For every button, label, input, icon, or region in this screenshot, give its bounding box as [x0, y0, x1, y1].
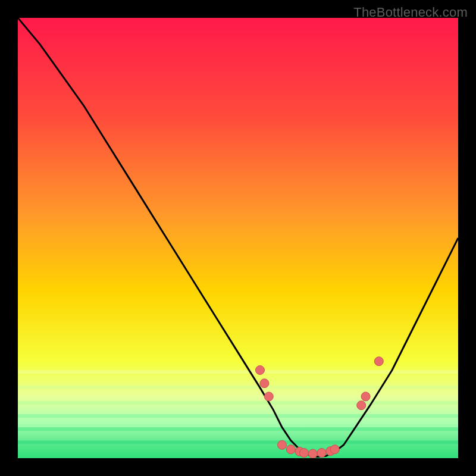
marker-dot	[260, 379, 269, 388]
marker-dot	[264, 392, 273, 401]
marker-dot	[278, 440, 287, 449]
marker-dot	[256, 366, 265, 375]
svg-rect-1	[18, 386, 458, 389]
marker-dot	[308, 449, 317, 458]
marker-dot	[286, 445, 295, 454]
marker-dot	[357, 401, 366, 410]
svg-rect-3	[18, 414, 458, 418]
marker-dot	[330, 445, 339, 454]
svg-rect-4	[18, 427, 458, 431]
marker-dot	[300, 449, 309, 458]
gradient-background	[18, 18, 458, 458]
svg-rect-5	[18, 440, 458, 444]
chart-svg	[18, 18, 458, 458]
marker-dot	[374, 357, 383, 366]
marker-dot	[361, 392, 370, 401]
marker-dot	[317, 449, 326, 458]
svg-rect-2	[18, 401, 458, 405]
watermark-text: TheBottleneck.com	[353, 5, 468, 20]
chart-frame	[18, 18, 458, 458]
